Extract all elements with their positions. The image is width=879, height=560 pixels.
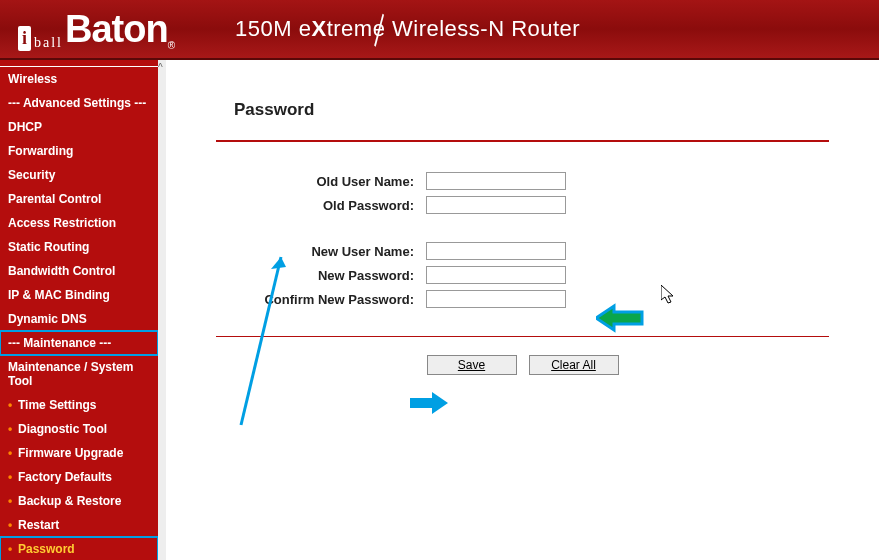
sidebar-item-firmware-upgrade[interactable]: Firmware Upgrade: [0, 441, 158, 465]
content-area: Password Old User Name: Old Password: Ne…: [166, 60, 879, 560]
sidebar-item-maintenance-system-tool[interactable]: Maintenance / System Tool: [0, 355, 158, 393]
logo-reg: ®: [168, 40, 175, 51]
sidebar-item-wireless[interactable]: Wireless: [0, 66, 158, 91]
sidebar-item-advanced-settings[interactable]: --- Advanced Settings ---: [0, 91, 158, 115]
page-title: Password: [234, 100, 829, 120]
sidebar-item-maintenance[interactable]: --- Maintenance ---: [0, 331, 158, 355]
clear-all-button[interactable]: Clear All: [529, 355, 619, 375]
sidebar-item-bandwidth-control[interactable]: Bandwidth Control: [0, 259, 158, 283]
scroll-up-icon[interactable]: ^: [158, 62, 163, 73]
svg-marker-3: [410, 392, 448, 414]
sidebar-item-password[interactable]: Password: [0, 537, 158, 560]
divider-thin: [216, 336, 829, 337]
old-password-input[interactable]: [426, 196, 566, 214]
label-old-user: Old User Name:: [216, 174, 426, 189]
new-username-input[interactable]: [426, 242, 566, 260]
annotation-arrow-icon: [408, 390, 448, 416]
sidebar-item-restart[interactable]: Restart: [0, 513, 158, 537]
confirm-password-input[interactable]: [426, 290, 566, 308]
divider: [216, 140, 829, 142]
header-bar: i ball Baton ® 150M eXtreme Wireless-N R…: [0, 0, 879, 60]
label-new-user: New User Name:: [216, 244, 426, 259]
sidebar-item-security[interactable]: Security: [0, 163, 158, 187]
sidebar-item-diagnostic-tool[interactable]: Diagnostic Tool: [0, 417, 158, 441]
sidebar-scrollbar[interactable]: ^: [158, 60, 166, 560]
sidebar-item-forwarding[interactable]: Forwarding: [0, 139, 158, 163]
new-password-input[interactable]: [426, 266, 566, 284]
sidebar: Wireless--- Advanced Settings ---DHCPFor…: [0, 60, 158, 560]
save-button[interactable]: Save: [427, 355, 517, 375]
header-title: 150M eXtreme Wireless-N Router: [235, 16, 580, 42]
svg-marker-2: [596, 306, 642, 330]
sidebar-item-backup-restore[interactable]: Backup & Restore: [0, 489, 158, 513]
label-new-pass: New Password:: [216, 268, 426, 283]
logo: i ball Baton ®: [18, 8, 175, 51]
logo-i: i: [18, 26, 31, 51]
sidebar-item-ip-mac-binding[interactable]: IP & MAC Binding: [0, 283, 158, 307]
logo-baton: Baton: [65, 8, 168, 51]
sidebar-item-static-routing[interactable]: Static Routing: [0, 235, 158, 259]
sidebar-item-dynamic-dns[interactable]: Dynamic DNS: [0, 307, 158, 331]
sidebar-item-factory-defaults[interactable]: Factory Defaults: [0, 465, 158, 489]
logo-ball: ball: [34, 35, 63, 51]
sidebar-item-access-restriction[interactable]: Access Restriction: [0, 211, 158, 235]
label-old-pass: Old Password:: [216, 198, 426, 213]
label-confirm: Confirm New Password:: [216, 292, 426, 307]
old-username-input[interactable]: [426, 172, 566, 190]
sidebar-item-time-settings[interactable]: Time Settings: [0, 393, 158, 417]
sidebar-item-dhcp[interactable]: DHCP: [0, 115, 158, 139]
sidebar-item-parental-control[interactable]: Parental Control: [0, 187, 158, 211]
